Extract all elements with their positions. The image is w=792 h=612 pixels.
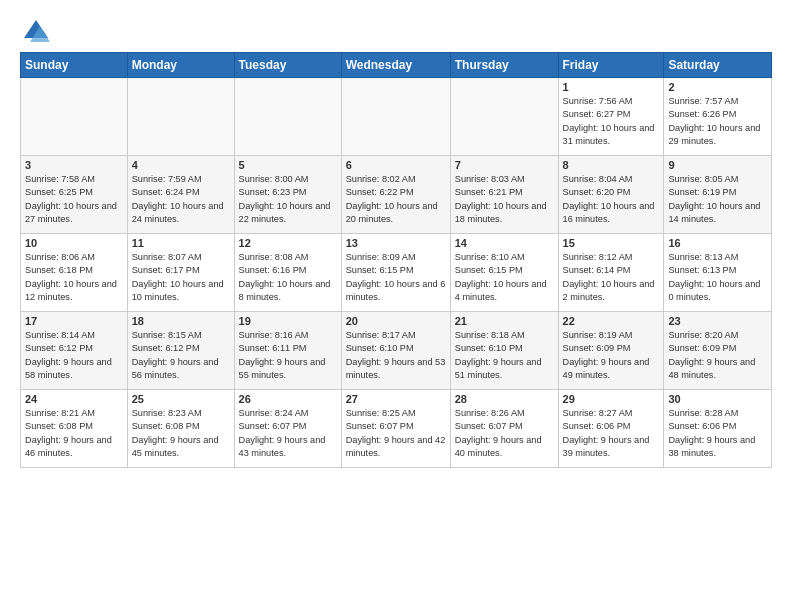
day-number: 15 xyxy=(563,237,660,249)
day-info: Sunrise: 8:00 AM Sunset: 6:23 PM Dayligh… xyxy=(239,173,337,226)
week-row-1: 1Sunrise: 7:56 AM Sunset: 6:27 PM Daylig… xyxy=(21,78,772,156)
day-number: 8 xyxy=(563,159,660,171)
day-cell: 15Sunrise: 8:12 AM Sunset: 6:14 PM Dayli… xyxy=(558,234,664,312)
day-number: 17 xyxy=(25,315,123,327)
weekday-header-thursday: Thursday xyxy=(450,53,558,78)
day-number: 25 xyxy=(132,393,230,405)
day-info: Sunrise: 8:13 AM Sunset: 6:13 PM Dayligh… xyxy=(668,251,767,304)
day-info: Sunrise: 8:14 AM Sunset: 6:12 PM Dayligh… xyxy=(25,329,123,382)
day-cell: 19Sunrise: 8:16 AM Sunset: 6:11 PM Dayli… xyxy=(234,312,341,390)
day-number: 2 xyxy=(668,81,767,93)
day-cell: 16Sunrise: 8:13 AM Sunset: 6:13 PM Dayli… xyxy=(664,234,772,312)
weekday-header-saturday: Saturday xyxy=(664,53,772,78)
week-row-4: 17Sunrise: 8:14 AM Sunset: 6:12 PM Dayli… xyxy=(21,312,772,390)
day-info: Sunrise: 8:06 AM Sunset: 6:18 PM Dayligh… xyxy=(25,251,123,304)
day-cell xyxy=(21,78,128,156)
day-number: 10 xyxy=(25,237,123,249)
weekday-header-row: SundayMondayTuesdayWednesdayThursdayFrid… xyxy=(21,53,772,78)
day-number: 4 xyxy=(132,159,230,171)
day-cell: 23Sunrise: 8:20 AM Sunset: 6:09 PM Dayli… xyxy=(664,312,772,390)
day-number: 5 xyxy=(239,159,337,171)
day-info: Sunrise: 8:17 AM Sunset: 6:10 PM Dayligh… xyxy=(346,329,446,382)
day-cell xyxy=(127,78,234,156)
day-info: Sunrise: 8:19 AM Sunset: 6:09 PM Dayligh… xyxy=(563,329,660,382)
day-info: Sunrise: 8:20 AM Sunset: 6:09 PM Dayligh… xyxy=(668,329,767,382)
day-number: 13 xyxy=(346,237,446,249)
day-number: 24 xyxy=(25,393,123,405)
day-cell: 25Sunrise: 8:23 AM Sunset: 6:08 PM Dayli… xyxy=(127,390,234,468)
weekday-header-tuesday: Tuesday xyxy=(234,53,341,78)
day-cell: 10Sunrise: 8:06 AM Sunset: 6:18 PM Dayli… xyxy=(21,234,128,312)
day-cell: 6Sunrise: 8:02 AM Sunset: 6:22 PM Daylig… xyxy=(341,156,450,234)
day-cell: 9Sunrise: 8:05 AM Sunset: 6:19 PM Daylig… xyxy=(664,156,772,234)
day-cell: 1Sunrise: 7:56 AM Sunset: 6:27 PM Daylig… xyxy=(558,78,664,156)
day-info: Sunrise: 7:59 AM Sunset: 6:24 PM Dayligh… xyxy=(132,173,230,226)
day-info: Sunrise: 8:28 AM Sunset: 6:06 PM Dayligh… xyxy=(668,407,767,460)
header xyxy=(20,18,772,46)
day-info: Sunrise: 8:25 AM Sunset: 6:07 PM Dayligh… xyxy=(346,407,446,460)
day-cell: 11Sunrise: 8:07 AM Sunset: 6:17 PM Dayli… xyxy=(127,234,234,312)
day-cell: 17Sunrise: 8:14 AM Sunset: 6:12 PM Dayli… xyxy=(21,312,128,390)
day-info: Sunrise: 8:21 AM Sunset: 6:08 PM Dayligh… xyxy=(25,407,123,460)
day-number: 20 xyxy=(346,315,446,327)
week-row-3: 10Sunrise: 8:06 AM Sunset: 6:18 PM Dayli… xyxy=(21,234,772,312)
day-number: 30 xyxy=(668,393,767,405)
day-cell: 29Sunrise: 8:27 AM Sunset: 6:06 PM Dayli… xyxy=(558,390,664,468)
week-row-2: 3Sunrise: 7:58 AM Sunset: 6:25 PM Daylig… xyxy=(21,156,772,234)
day-number: 23 xyxy=(668,315,767,327)
day-number: 1 xyxy=(563,81,660,93)
day-info: Sunrise: 8:12 AM Sunset: 6:14 PM Dayligh… xyxy=(563,251,660,304)
day-number: 11 xyxy=(132,237,230,249)
day-info: Sunrise: 8:16 AM Sunset: 6:11 PM Dayligh… xyxy=(239,329,337,382)
day-info: Sunrise: 7:57 AM Sunset: 6:26 PM Dayligh… xyxy=(668,95,767,148)
day-cell: 27Sunrise: 8:25 AM Sunset: 6:07 PM Dayli… xyxy=(341,390,450,468)
day-number: 18 xyxy=(132,315,230,327)
day-cell xyxy=(450,78,558,156)
day-cell: 28Sunrise: 8:26 AM Sunset: 6:07 PM Dayli… xyxy=(450,390,558,468)
day-number: 6 xyxy=(346,159,446,171)
day-cell: 21Sunrise: 8:18 AM Sunset: 6:10 PM Dayli… xyxy=(450,312,558,390)
day-info: Sunrise: 8:08 AM Sunset: 6:16 PM Dayligh… xyxy=(239,251,337,304)
day-cell: 13Sunrise: 8:09 AM Sunset: 6:15 PM Dayli… xyxy=(341,234,450,312)
day-info: Sunrise: 8:05 AM Sunset: 6:19 PM Dayligh… xyxy=(668,173,767,226)
day-cell: 8Sunrise: 8:04 AM Sunset: 6:20 PM Daylig… xyxy=(558,156,664,234)
day-cell xyxy=(341,78,450,156)
day-cell: 18Sunrise: 8:15 AM Sunset: 6:12 PM Dayli… xyxy=(127,312,234,390)
day-info: Sunrise: 8:10 AM Sunset: 6:15 PM Dayligh… xyxy=(455,251,554,304)
day-cell: 24Sunrise: 8:21 AM Sunset: 6:08 PM Dayli… xyxy=(21,390,128,468)
day-info: Sunrise: 8:27 AM Sunset: 6:06 PM Dayligh… xyxy=(563,407,660,460)
day-number: 21 xyxy=(455,315,554,327)
day-info: Sunrise: 8:24 AM Sunset: 6:07 PM Dayligh… xyxy=(239,407,337,460)
logo-icon xyxy=(22,18,50,46)
day-number: 12 xyxy=(239,237,337,249)
day-info: Sunrise: 8:09 AM Sunset: 6:15 PM Dayligh… xyxy=(346,251,446,304)
day-info: Sunrise: 8:15 AM Sunset: 6:12 PM Dayligh… xyxy=(132,329,230,382)
weekday-header-friday: Friday xyxy=(558,53,664,78)
day-cell: 2Sunrise: 7:57 AM Sunset: 6:26 PM Daylig… xyxy=(664,78,772,156)
day-cell: 12Sunrise: 8:08 AM Sunset: 6:16 PM Dayli… xyxy=(234,234,341,312)
day-cell: 14Sunrise: 8:10 AM Sunset: 6:15 PM Dayli… xyxy=(450,234,558,312)
day-cell: 4Sunrise: 7:59 AM Sunset: 6:24 PM Daylig… xyxy=(127,156,234,234)
day-number: 16 xyxy=(668,237,767,249)
day-number: 9 xyxy=(668,159,767,171)
day-cell: 7Sunrise: 8:03 AM Sunset: 6:21 PM Daylig… xyxy=(450,156,558,234)
logo-area xyxy=(20,18,50,46)
day-cell: 26Sunrise: 8:24 AM Sunset: 6:07 PM Dayli… xyxy=(234,390,341,468)
day-info: Sunrise: 7:56 AM Sunset: 6:27 PM Dayligh… xyxy=(563,95,660,148)
day-number: 28 xyxy=(455,393,554,405)
day-number: 26 xyxy=(239,393,337,405)
calendar-table: SundayMondayTuesdayWednesdayThursdayFrid… xyxy=(20,52,772,468)
day-number: 22 xyxy=(563,315,660,327)
day-number: 19 xyxy=(239,315,337,327)
week-row-5: 24Sunrise: 8:21 AM Sunset: 6:08 PM Dayli… xyxy=(21,390,772,468)
day-info: Sunrise: 8:02 AM Sunset: 6:22 PM Dayligh… xyxy=(346,173,446,226)
day-number: 14 xyxy=(455,237,554,249)
day-info: Sunrise: 8:18 AM Sunset: 6:10 PM Dayligh… xyxy=(455,329,554,382)
day-info: Sunrise: 8:23 AM Sunset: 6:08 PM Dayligh… xyxy=(132,407,230,460)
weekday-header-monday: Monday xyxy=(127,53,234,78)
day-cell xyxy=(234,78,341,156)
day-info: Sunrise: 7:58 AM Sunset: 6:25 PM Dayligh… xyxy=(25,173,123,226)
page: SundayMondayTuesdayWednesdayThursdayFrid… xyxy=(0,0,792,478)
weekday-header-sunday: Sunday xyxy=(21,53,128,78)
day-cell: 30Sunrise: 8:28 AM Sunset: 6:06 PM Dayli… xyxy=(664,390,772,468)
